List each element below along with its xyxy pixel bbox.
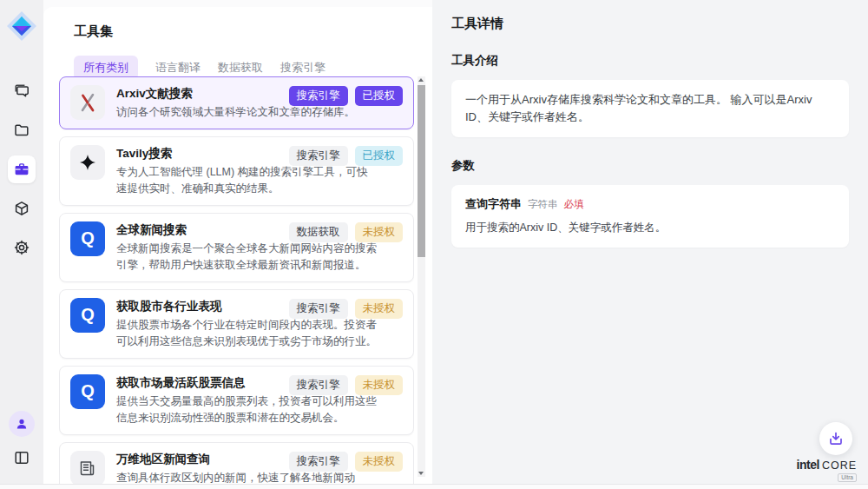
tool-badges: 搜索引擎 已授权	[289, 86, 404, 106]
chat-icon[interactable]	[8, 77, 36, 105]
app-window: 工具集 所有类别语言翻译数据获取搜索引擎 Arxiv文献搜索 访问各个研究领域大…	[0, 0, 868, 489]
sparkle-icon	[70, 145, 105, 180]
detail-title: 工具详情	[451, 16, 849, 32]
page-title: 工具集	[74, 23, 432, 40]
tool-card-4[interactable]: Q 获取市场最活跃股票信息 提供当天交易量最高的股票列表，投资者可以利用这些信息…	[59, 366, 414, 435]
tool-card-5[interactable]: 万维地区新闻查询 查询具体行政区划内的新闻，快速了解各地新闻动 搜索引擎 未授权	[59, 442, 414, 484]
tool-card-2[interactable]: Q 全球新闻搜索 全球新闻搜索是一个聚合全球各大新闻网站内容的搜索引擎，帮助用户…	[59, 213, 414, 282]
auth-status-badge: 未授权	[355, 452, 404, 472]
juhe-q-icon: Q	[70, 221, 105, 256]
scroll-down-arrow-icon[interactable]	[418, 472, 424, 475]
toolbox-icon[interactable]	[8, 155, 36, 183]
category-badge: 搜索引擎	[289, 299, 348, 319]
intro-box: 一个用于从Arxiv存储库搜索科学论文和文章的工具。 输入可以是Arxiv ID…	[451, 80, 849, 137]
scroll-up-arrow-icon[interactable]	[418, 78, 424, 82]
category-badge: 搜索引擎	[289, 146, 348, 166]
download-button[interactable]	[819, 422, 852, 455]
user-avatar-icon[interactable]	[9, 411, 35, 437]
tool-card-3[interactable]: Q 获取股市各行业表现 提供股票市场各个行业在特定时间段内的表现。投资者可以利用…	[59, 289, 414, 359]
folder-icon[interactable]	[8, 116, 36, 144]
gear-icon[interactable]	[8, 234, 36, 261]
category-badge: 搜索引擎	[289, 375, 348, 395]
cube-icon[interactable]	[8, 195, 36, 222]
core-wordmark: CORE	[822, 460, 857, 472]
tool-card-0[interactable]: Arxiv文献搜索 访问各个研究领域大量科学论文和文章的存储库。 搜索引擎 已授…	[59, 76, 414, 129]
intro-heading: 工具介绍	[451, 53, 849, 69]
category-badge: 搜索引擎	[289, 86, 348, 106]
tools-panel: 工具集 所有类别语言翻译数据获取搜索引擎 Arxiv文献搜索 访问各个研究领域大…	[43, 7, 432, 484]
newspaper-icon	[70, 451, 105, 484]
tool-description: 提供当天交易量最高的股票列表，投资者可以利用这些信息来识别流动性强的股票和潜在的…	[116, 393, 377, 426]
param-type: 字符串	[528, 198, 558, 211]
tool-list: Arxiv文献搜索 访问各个研究领域大量科学论文和文章的存储库。 搜索引擎 已授…	[59, 76, 414, 484]
sidebar-rail	[0, 0, 43, 484]
app-logo-icon	[5, 10, 38, 43]
tool-detail-panel: 工具详情 工具介绍 一个用于从Arxiv存储库搜索科学论文和文章的工具。 输入可…	[432, 0, 868, 484]
tool-badges: 数据获取 未授权	[289, 222, 404, 242]
download-icon	[827, 430, 845, 447]
tool-description: 访问各个研究领域大量科学论文和文章的存储库。	[116, 104, 377, 121]
tool-description: 查询具体行政区划内的新闻，快速了解各地新闻动	[116, 470, 377, 484]
auth-status-badge: 已授权	[355, 146, 404, 166]
tool-badges: 搜索引擎 未授权	[289, 299, 404, 319]
scrollbar-thumb[interactable]	[418, 85, 425, 257]
auth-status-badge: 未授权	[355, 299, 404, 319]
panel-layout-icon[interactable]	[8, 444, 36, 472]
param-description: 用于搜索的Arxiv ID、关键字或作者姓名。	[465, 220, 835, 236]
window-bottom-edge	[0, 484, 868, 489]
param-header: 查询字符串 字符串 必填	[465, 196, 835, 212]
tool-description: 专为人工智能代理 (LLM) 构建的搜索引擎工具，可快速提供实时、准确和真实的结…	[116, 164, 377, 197]
tool-badges: 搜索引擎 已授权	[289, 146, 404, 166]
sidebar-bottom-group	[8, 411, 36, 472]
juhe-q-icon: Q	[70, 374, 105, 409]
intel-ultra-badge: Ultra	[838, 473, 857, 483]
category-badge: 数据获取	[289, 222, 348, 242]
tool-description: 全球新闻搜索是一个聚合全球各大新闻网站内容的搜索引擎，帮助用户快速获取全球最新资…	[116, 241, 377, 274]
params-heading: 参数	[451, 158, 849, 174]
auth-status-badge: 未授权	[355, 222, 404, 242]
auth-status-badge: 未授权	[355, 375, 404, 395]
list-scrollbar[interactable]	[418, 76, 425, 477]
intel-core-logo: intel CORE Ultra	[797, 459, 857, 482]
intro-text: 一个用于从Arxiv存储库搜索科学论文和文章的工具。 输入可以是Arxiv ID…	[465, 91, 835, 126]
arxiv-icon	[70, 85, 105, 120]
tool-badges: 搜索引擎 未授权	[289, 452, 404, 472]
category-badge: 搜索引擎	[289, 452, 348, 472]
juhe-q-icon: Q	[70, 298, 105, 333]
tool-description: 提供股票市场各个行业在特定时间段内的表现。投资者可以利用这些信息来识别表现优于或…	[116, 317, 377, 350]
intel-wordmark: intel	[797, 459, 819, 471]
sidebar-icon-group	[8, 77, 36, 261]
tool-card-1[interactable]: Tavily搜索 专为人工智能代理 (LLM) 构建的搜索引擎工具，可快速提供实…	[59, 136, 414, 206]
tool-badges: 搜索引擎 未授权	[289, 375, 404, 395]
param-name: 查询字符串	[465, 196, 522, 212]
auth-status-badge: 已授权	[355, 86, 404, 106]
param-box: 查询字符串 字符串 必填 用于搜索的Arxiv ID、关键字或作者姓名。	[451, 185, 849, 248]
param-required-label: 必填	[564, 198, 584, 211]
